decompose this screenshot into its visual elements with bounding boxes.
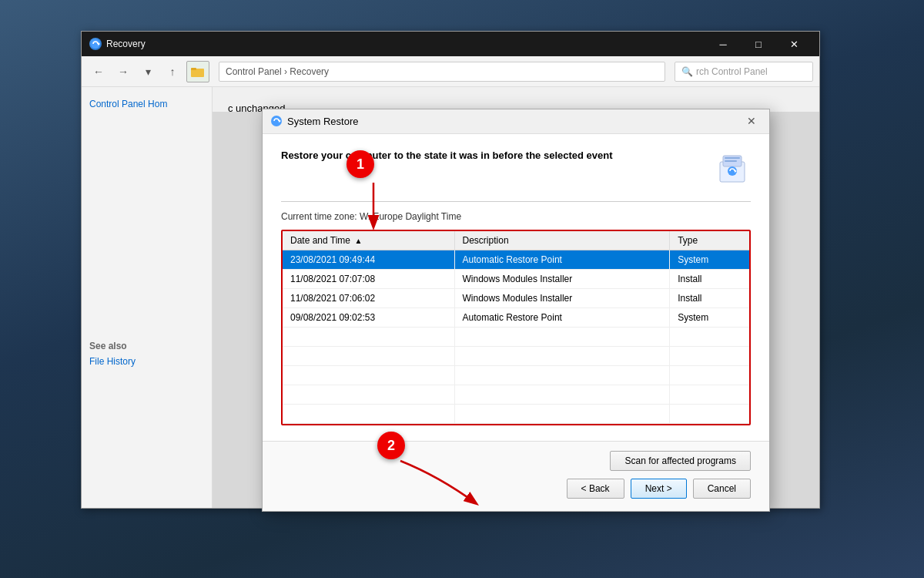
recovery-toolbar: ← → ▾ ↑ Control Panel › Recovery 🔍 rch C… bbox=[82, 56, 819, 87]
dialog-body: Restore your computer to the state it wa… bbox=[263, 134, 769, 441]
maximize-button[interactable]: □ bbox=[741, 32, 776, 56]
dialog-title-area: System Restore bbox=[270, 115, 358, 127]
row3-type: Install bbox=[670, 288, 749, 307]
row2-date: 11/08/2021 07:07:08 bbox=[283, 269, 454, 288]
recovery-title-area: Recovery bbox=[89, 38, 146, 50]
restore-point-icon bbox=[714, 150, 751, 189]
row3-date: 11/08/2021 07:06:02 bbox=[283, 288, 454, 307]
dialog-titlebar: System Restore ✕ bbox=[263, 109, 769, 134]
dialog-separator-top bbox=[281, 201, 751, 202]
desktop: Recovery ─ □ ✕ ← → ▾ ↑ Control Panel › R… bbox=[0, 0, 924, 578]
see-also-label: See also bbox=[89, 341, 204, 351]
table-row-empty bbox=[283, 346, 749, 365]
cancel-button[interactable]: Cancel bbox=[693, 479, 751, 499]
table-row-empty bbox=[283, 385, 749, 404]
recovery-window-icon bbox=[89, 38, 102, 50]
dialog-close-button[interactable]: ✕ bbox=[742, 111, 762, 131]
table-header-description: Description bbox=[454, 231, 670, 250]
address-bar[interactable]: Control Panel › Recovery bbox=[219, 62, 665, 82]
dropdown-nav-button[interactable]: ▾ bbox=[137, 61, 159, 82]
table-header-date: Date and Time ▲ bbox=[283, 231, 454, 250]
search-bar[interactable]: 🔍 rch Control Panel bbox=[675, 62, 813, 82]
system-restore-dialog: System Restore ✕ Restore your computer t… bbox=[262, 109, 770, 512]
footer-top: Scan for affected programs bbox=[281, 451, 751, 471]
row3-description: Windows Modules Installer bbox=[454, 288, 670, 307]
table-row-empty bbox=[283, 327, 749, 346]
recovery-sidebar: Control Panel Hom See also File History bbox=[82, 87, 213, 508]
sort-icon: ▲ bbox=[354, 237, 362, 245]
svg-rect-10 bbox=[725, 157, 740, 159]
table-row-empty bbox=[283, 365, 749, 385]
back-nav-button[interactable]: ← bbox=[88, 61, 109, 82]
address-text: Control Panel › Recovery bbox=[226, 66, 329, 77]
row1-description: Automatic Restore Point bbox=[454, 250, 670, 269]
recovery-titlebar: Recovery ─ □ ✕ bbox=[82, 32, 819, 56]
footer-bottom: < Back Next > Cancel bbox=[281, 479, 751, 499]
folder-icon-button[interactable] bbox=[186, 61, 209, 82]
svg-rect-11 bbox=[725, 160, 737, 162]
sidebar-control-panel-home[interactable]: Control Panel Hom bbox=[89, 99, 204, 109]
timezone-label: Current time zone: W. Europe Daylight Ti… bbox=[281, 211, 751, 222]
back-button[interactable]: < Back bbox=[567, 479, 624, 499]
dialog-title: System Restore bbox=[287, 116, 358, 127]
row2-type: Install bbox=[670, 269, 749, 288]
annotation-bubble-2: 2 bbox=[377, 432, 405, 459]
recovery-content: Control Panel Hom See also File History … bbox=[82, 87, 819, 508]
restore-table-container: Date and Time ▲ Description Type bbox=[281, 230, 751, 425]
forward-nav-button[interactable]: → bbox=[112, 61, 134, 82]
search-icon: 🔍 bbox=[681, 66, 693, 77]
minimize-button[interactable]: ─ bbox=[705, 32, 741, 56]
row1-date: 23/08/2021 09:49:44 bbox=[283, 250, 454, 269]
restore-table: Date and Time ▲ Description Type bbox=[283, 231, 749, 424]
sidebar-file-history[interactable]: File History bbox=[89, 356, 204, 367]
dialog-overlay: System Restore ✕ Restore your computer t… bbox=[213, 112, 819, 508]
table-row[interactable]: 09/08/2021 09:02:53 Automatic Restore Po… bbox=[283, 307, 749, 327]
table-row[interactable]: 11/08/2021 07:07:08 Windows Modules Inst… bbox=[283, 269, 749, 288]
row4-description: Automatic Restore Point bbox=[454, 307, 670, 327]
system-restore-icon-small bbox=[270, 115, 283, 127]
recovery-window: Recovery ─ □ ✕ ← → ▾ ↑ Control Panel › R… bbox=[81, 31, 820, 509]
next-button[interactable]: Next > bbox=[631, 479, 687, 499]
table-header-type: Type bbox=[670, 231, 749, 250]
close-window-button[interactable]: ✕ bbox=[776, 32, 812, 56]
table-header-row: Date and Time ▲ Description Type bbox=[283, 231, 749, 250]
dialog-footer: Scan for affected programs < Back Next >… bbox=[263, 441, 769, 511]
up-nav-button[interactable]: ↑ bbox=[162, 61, 183, 82]
table-row[interactable]: 11/08/2021 07:06:02 Windows Modules Inst… bbox=[283, 288, 749, 307]
row4-type: System bbox=[670, 307, 749, 327]
row1-type: System bbox=[670, 250, 749, 269]
scan-affected-programs-button[interactable]: Scan for affected programs bbox=[610, 451, 751, 471]
row2-description: Windows Modules Installer bbox=[454, 269, 670, 288]
dialog-heading: Restore your computer to the state it wa… bbox=[281, 150, 714, 161]
recovery-main: c unchanged. System Re bbox=[213, 87, 819, 508]
window-controls: ─ □ ✕ bbox=[705, 32, 812, 56]
annotation-bubble-1: 1 bbox=[346, 150, 374, 178]
table-row-empty bbox=[283, 404, 749, 423]
search-placeholder: rch Control Panel bbox=[696, 66, 768, 77]
table-row[interactable]: 23/08/2021 09:49:44 Automatic Restore Po… bbox=[283, 250, 749, 269]
recovery-window-title: Recovery bbox=[106, 39, 146, 49]
row4-date: 09/08/2021 09:02:53 bbox=[283, 307, 454, 327]
svg-rect-3 bbox=[191, 68, 196, 70]
